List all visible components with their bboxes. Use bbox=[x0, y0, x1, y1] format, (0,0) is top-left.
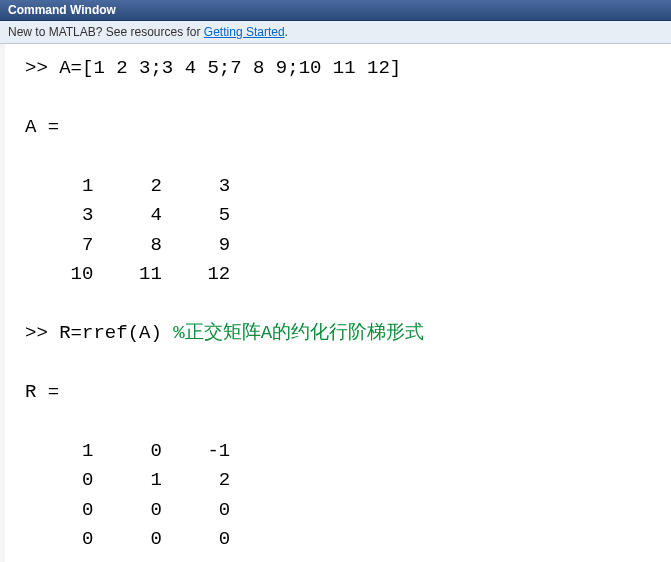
hint-prefix: New to MATLAB? See resources for bbox=[8, 25, 204, 39]
hint-bar: New to MATLAB? See resources for Getting… bbox=[0, 21, 671, 44]
blank-line bbox=[25, 142, 656, 171]
command-line-1: >> A=[1 2 3;3 4 5;7 8 9;10 11 12] bbox=[25, 54, 656, 83]
matrix-A-row: 7 8 9 bbox=[25, 231, 656, 260]
command-text: A=[1 2 3;3 4 5;7 8 9;10 11 12] bbox=[59, 57, 401, 79]
blank-line bbox=[25, 83, 656, 112]
blank-line bbox=[25, 290, 656, 319]
var-header-R: R = bbox=[25, 378, 656, 407]
matrix-R-row: 0 1 2 bbox=[25, 466, 656, 495]
matrix-R-row: 1 0 -1 bbox=[25, 437, 656, 466]
window-title: Command Window bbox=[8, 3, 116, 17]
console-area[interactable]: >> A=[1 2 3;3 4 5;7 8 9;10 11 12] A = 1 … bbox=[0, 44, 671, 562]
hint-suffix: . bbox=[285, 25, 288, 39]
prompt: >> bbox=[25, 322, 48, 344]
comment-text: %正交矩阵A的约化行阶梯形式 bbox=[173, 322, 424, 344]
matrix-R-row: 0 0 0 bbox=[25, 496, 656, 525]
matrix-A-row: 10 11 12 bbox=[25, 260, 656, 289]
var-header-A: A = bbox=[25, 113, 656, 142]
getting-started-link[interactable]: Getting Started bbox=[204, 25, 285, 39]
prompt: >> bbox=[25, 57, 48, 79]
window-title-bar: Command Window bbox=[0, 0, 671, 21]
matrix-R-row: 0 0 0 bbox=[25, 525, 656, 554]
blank-line bbox=[25, 407, 656, 436]
blank-line bbox=[25, 348, 656, 377]
matrix-A-row: 1 2 3 bbox=[25, 172, 656, 201]
command-line-2: >> R=rref(A) %正交矩阵A的约化行阶梯形式 bbox=[25, 319, 656, 348]
command-text: R=rref(A) bbox=[59, 322, 162, 344]
matrix-A-row: 3 4 5 bbox=[25, 201, 656, 230]
